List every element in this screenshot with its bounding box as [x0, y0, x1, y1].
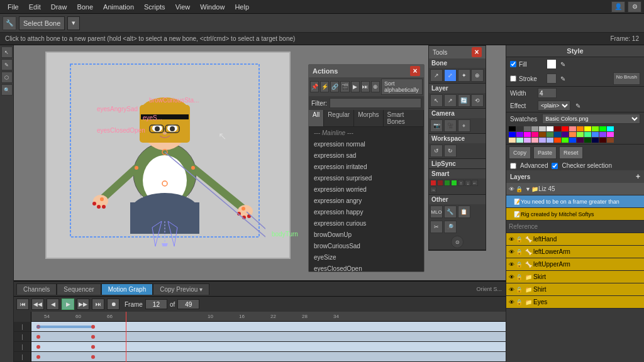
- color-cell[interactable]: [577, 138, 584, 143]
- layer-visibility-icon[interactable]: 👁: [509, 249, 514, 255]
- smart-tool-arrow-1[interactable]: ↑: [458, 180, 464, 186]
- color-cell[interactable]: [599, 126, 606, 131]
- menu-animation[interactable]: Animation: [98, 2, 139, 12]
- color-cell[interactable]: [569, 126, 576, 131]
- actions-tool-2[interactable]: ⚡: [320, 81, 329, 92]
- effect-select[interactable]: <plain>: [538, 101, 570, 111]
- action-browcurioussad[interactable]: browCuriousSad: [309, 240, 424, 251]
- playhead[interactable]: [126, 312, 126, 362]
- fill-edit-icon[interactable]: ✎: [560, 61, 565, 68]
- actions-tool-1[interactable]: 📌: [310, 81, 319, 92]
- tab-smart-bones[interactable]: Smart Bones: [384, 110, 424, 126]
- color-cell[interactable]: [607, 126, 614, 131]
- color-cell[interactable]: [607, 138, 614, 143]
- layer-shirt[interactable]: 👁 🔒 📁 Shirt: [506, 283, 644, 296]
- color-cell[interactable]: [516, 138, 523, 143]
- user-icon[interactable]: 👤: [611, 1, 625, 13]
- color-cell[interactable]: [584, 138, 591, 143]
- swatches-select[interactable]: Basic Colors.png: [542, 114, 640, 124]
- action-expression-happy[interactable]: expression happy: [309, 206, 424, 217]
- actions-tool-6[interactable]: ⏭: [361, 81, 370, 92]
- color-cell[interactable]: [607, 132, 614, 137]
- color-cell[interactable]: [531, 132, 538, 137]
- layer-visibility-icon[interactable]: 👁: [509, 261, 514, 268]
- other-tool-3[interactable]: 📋: [458, 206, 470, 218]
- layer-tool-2[interactable]: ↗: [444, 94, 457, 107]
- tab-all[interactable]: All: [309, 110, 324, 126]
- color-cell[interactable]: [547, 126, 553, 131]
- color-cell[interactable]: [584, 132, 591, 137]
- color-cell[interactable]: [554, 126, 561, 131]
- prev-frame-fast[interactable]: ◀◀: [31, 299, 44, 310]
- color-cell[interactable]: [531, 138, 538, 143]
- color-cell[interactable]: [592, 132, 599, 137]
- layer-tool-1[interactable]: ↖: [430, 94, 443, 107]
- color-cell[interactable]: [562, 138, 569, 143]
- layer-lock-icon[interactable]: 🔒: [516, 236, 523, 243]
- color-cell[interactable]: [562, 132, 569, 137]
- color-cell[interactable]: [592, 138, 599, 143]
- copy-button[interactable]: Copy: [509, 146, 531, 159]
- play-to-end[interactable]: ⏭: [92, 299, 104, 310]
- next-frame[interactable]: ▶▶: [77, 299, 89, 310]
- left-tool-3[interactable]: ⬡: [1, 72, 13, 83]
- color-cell[interactable]: [509, 126, 516, 131]
- layer-visibility-icon[interactable]: 👁: [509, 274, 514, 280]
- action-expression-normal[interactable]: expression normal: [309, 138, 424, 150]
- tab-copy-previous[interactable]: Copy Previou ▾: [153, 283, 209, 295]
- left-tool-1[interactable]: ↖: [1, 47, 13, 58]
- camera-tool-3[interactable]: ⌖: [458, 119, 470, 132]
- smart-tool-arrow-2[interactable]: ↓: [465, 180, 471, 186]
- layer-leftlowerarm[interactable]: 👁 🔒 🦴 leftLowerArm: [506, 246, 644, 258]
- select-bone-dropdown[interactable]: ▾: [67, 16, 80, 30]
- total-frames-input[interactable]: [177, 299, 199, 309]
- other-tool-1[interactable]: MLO: [430, 206, 443, 218]
- layer-note-1[interactable]: 📝 You need to be on a frame greater than: [506, 195, 644, 208]
- layer-visibility-icon[interactable]: 👁: [509, 287, 514, 293]
- layer-lefthand[interactable]: 👁 🔒 🦴 leftHand: [506, 233, 644, 246]
- bone-tool-4[interactable]: ⊕: [471, 69, 484, 82]
- actions-tool-7[interactable]: ⊕: [371, 81, 380, 92]
- color-cell[interactable]: [524, 132, 531, 137]
- other-tool-5[interactable]: 🔎: [444, 221, 457, 233]
- timeline-tracks[interactable]: 54 60 66 10 16 22 28 34: [31, 312, 506, 362]
- color-cell[interactable]: [599, 132, 606, 137]
- frame-input[interactable]: [145, 299, 167, 309]
- layer-visibility-icon[interactable]: 👁: [509, 236, 514, 243]
- actions-close-button[interactable]: ×: [410, 66, 420, 76]
- action-expression-worried[interactable]: expression worried: [309, 184, 424, 195]
- actions-tool-5[interactable]: ▶: [351, 81, 360, 92]
- color-cell[interactable]: [547, 132, 553, 137]
- color-cell[interactable]: [509, 132, 516, 137]
- stroke-color-swatch[interactable]: [547, 74, 557, 84]
- layer-visibility-icon[interactable]: 👁: [509, 186, 514, 192]
- color-cell[interactable]: [539, 138, 546, 143]
- color-cell[interactable]: [569, 138, 576, 143]
- layer-expand-icon[interactable]: ▼: [525, 186, 531, 192]
- advanced-checkbox[interactable]: [510, 163, 516, 169]
- width-input[interactable]: [538, 88, 557, 98]
- color-cell[interactable]: [531, 126, 538, 131]
- color-cell[interactable]: [577, 126, 584, 131]
- smart-tool-red-2[interactable]: [437, 180, 443, 186]
- filter-input[interactable]: [330, 98, 421, 108]
- smart-tool-red-1[interactable]: [430, 180, 436, 186]
- color-cell[interactable]: [584, 126, 591, 131]
- action-expression-angry[interactable]: expression angry: [309, 195, 424, 206]
- other-round-btn[interactable]: ⊙: [451, 236, 464, 248]
- bone-tool-2[interactable]: ⤢: [444, 69, 457, 82]
- action-browdownup[interactable]: browDownUp: [309, 229, 424, 240]
- camera-tool-2[interactable]: 🎥: [444, 119, 457, 132]
- color-cell[interactable]: [577, 132, 584, 137]
- color-cell[interactable]: [524, 126, 531, 131]
- workspace-tool-2[interactable]: ↻: [444, 145, 457, 157]
- tab-morphs[interactable]: Morphs: [354, 110, 383, 126]
- tab-motion-graph[interactable]: Motion Graph: [101, 283, 153, 295]
- color-cell[interactable]: [592, 126, 599, 131]
- menu-draw[interactable]: Draw: [46, 2, 72, 12]
- layer-tool-3[interactable]: 🔄: [458, 94, 470, 107]
- layer-lock-icon[interactable]: 🔒: [516, 249, 523, 255]
- play-button[interactable]: ▶: [62, 299, 74, 310]
- sort-button[interactable]: Sort alphabetically: [381, 79, 423, 95]
- fill-color-swatch[interactable]: [547, 59, 557, 69]
